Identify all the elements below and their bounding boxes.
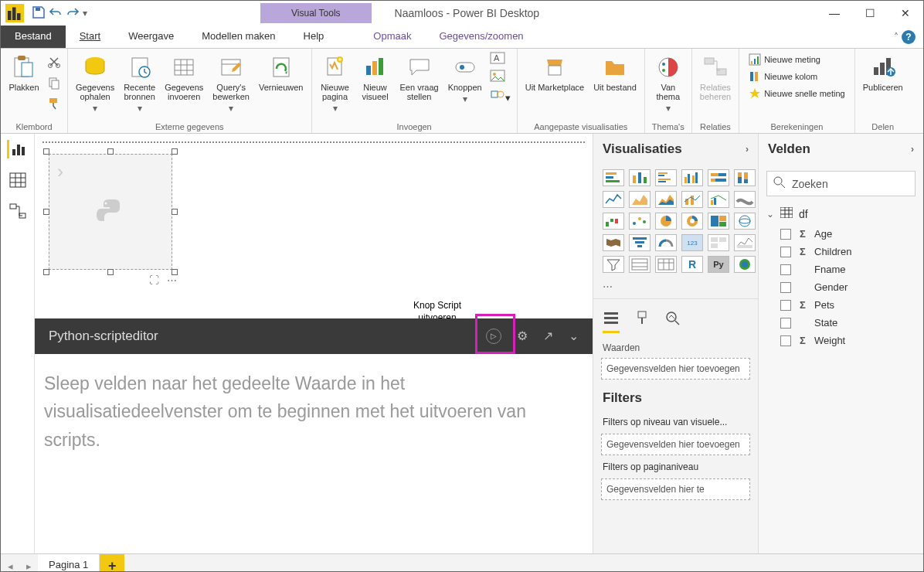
refresh-button[interactable]: Vernieuwen — [257, 52, 305, 94]
field-gender[interactable]: Gender — [759, 278, 923, 296]
new-visual-button[interactable]: Nieuw visueel — [358, 52, 392, 103]
viz-slicer[interactable] — [603, 256, 624, 273]
field-fname[interactable]: Fname — [759, 260, 923, 278]
maximize-button[interactable]: ☐ — [852, 1, 888, 26]
format-tab-icon[interactable] — [634, 310, 651, 333]
viz-kpi[interactable] — [734, 234, 756, 251]
checkbox[interactable] — [780, 335, 791, 346]
cut-icon[interactable] — [47, 55, 61, 71]
format-painter-icon[interactable] — [47, 97, 61, 113]
collapse-fields-icon[interactable]: › — [911, 144, 914, 155]
viz-line[interactable] — [603, 191, 624, 208]
script-editor-body[interactable]: Sleep velden naar het gedeelte Waarde in… — [35, 354, 593, 554]
viz-pie[interactable] — [655, 213, 677, 230]
table-df[interactable]: ⌄ df — [759, 203, 923, 225]
checkbox[interactable] — [780, 264, 791, 275]
collapse-editor-icon[interactable]: ⌄ — [569, 329, 579, 343]
add-page-button[interactable]: + — [100, 554, 124, 572]
tab-nav-next[interactable]: ▸ — [19, 554, 38, 572]
field-weight[interactable]: ΣWeight — [759, 332, 923, 349]
python-visual-placeholder[interactable]: › — [49, 154, 172, 270]
values-well[interactable]: Gegevensvelden hier toevoegen — [601, 358, 750, 380]
collapse-vispane-icon[interactable]: › — [746, 144, 749, 155]
edit-queries-button[interactable]: Query's bewerken▾ — [211, 52, 251, 115]
viz-python[interactable]: Py — [708, 256, 729, 273]
viz-line-column[interactable] — [681, 191, 703, 208]
close-button[interactable]: ✕ — [888, 1, 923, 26]
analytics-tab-icon[interactable] — [664, 310, 681, 333]
recent-sources-button[interactable]: Recente bronnen▾ — [122, 52, 157, 115]
expand-table-icon[interactable]: ⌄ — [766, 209, 774, 220]
popout-icon[interactable]: ↗ — [543, 329, 553, 343]
tab-opmaak[interactable]: Opmaak — [359, 26, 425, 48]
viz-r[interactable]: R — [681, 256, 703, 273]
viz-waterfall[interactable] — [603, 213, 624, 230]
buttons-button[interactable]: Knoppen▾ — [447, 52, 484, 106]
focus-mode-icon[interactable]: ⛶ — [149, 274, 159, 286]
field-pets[interactable]: ΣPets — [759, 296, 923, 314]
checkbox[interactable] — [780, 229, 791, 240]
viz-table[interactable] — [629, 256, 651, 273]
publish-button[interactable]: Publiceren — [861, 52, 905, 94]
tab-modellen[interactable]: Modellen maken — [188, 26, 289, 48]
viz-filled-map[interactable] — [603, 234, 624, 251]
ask-question-button[interactable]: Een vraag stellen — [399, 52, 440, 103]
tab-help[interactable]: Help — [290, 26, 338, 48]
viz-multi-card[interactable] — [708, 234, 729, 251]
viz-line-clustered[interactable] — [708, 191, 729, 208]
checkbox[interactable] — [780, 318, 791, 329]
viz-area[interactable] — [629, 191, 651, 208]
viz-arcgis[interactable] — [734, 256, 756, 273]
undo-icon[interactable] — [49, 5, 63, 22]
more-options-icon[interactable]: ⋯ — [167, 274, 177, 286]
viz-stacked-column[interactable] — [629, 169, 651, 186]
shapes-icon[interactable]: ▾ — [490, 87, 511, 104]
minimize-button[interactable]: — — [817, 1, 852, 26]
viz-funnel[interactable] — [629, 234, 651, 251]
tab-nav-prev[interactable]: ◂ — [1, 554, 19, 572]
get-data-button[interactable]: Gegevens ophalen▾ — [74, 52, 116, 115]
viz-gauge[interactable] — [655, 234, 677, 251]
qat-dropdown-icon[interactable]: ▾ — [83, 8, 87, 19]
viz-stacked-bar[interactable] — [603, 169, 624, 186]
viz-stacked-area[interactable] — [655, 191, 677, 208]
new-quick-measure-button[interactable]: Nieuwe snelle meting — [746, 86, 848, 101]
script-options-icon[interactable]: ⚙ — [517, 329, 528, 343]
marketplace-button[interactable]: Uit Marketplace — [524, 52, 586, 94]
viz-matrix[interactable] — [655, 256, 677, 273]
copy-icon[interactable] — [47, 76, 61, 92]
save-icon[interactable] — [32, 5, 46, 22]
viz-card[interactable]: 123 — [681, 234, 703, 251]
viz-ribbon[interactable] — [734, 191, 756, 208]
help-icon[interactable]: ? — [902, 30, 916, 44]
image-icon[interactable] — [490, 70, 511, 86]
theme-button[interactable]: Van thema▾ — [651, 52, 685, 115]
collapse-ribbon-icon[interactable]: ˄ — [894, 32, 899, 43]
search-fields-input[interactable]: Zoeken — [766, 171, 916, 196]
field-state[interactable]: State — [759, 314, 923, 332]
model-view-icon[interactable] — [7, 202, 29, 220]
tab-weergave[interactable]: Weergave — [114, 26, 188, 48]
viz-clustered-bar[interactable] — [655, 169, 677, 186]
viz-donut[interactable] — [681, 213, 703, 230]
viz-100-column[interactable] — [734, 169, 756, 186]
viz-map[interactable] — [734, 213, 756, 230]
new-measure-button[interactable]: Nieuwe meting — [746, 52, 824, 67]
checkbox[interactable] — [780, 247, 791, 257]
visual-filter-well[interactable]: Gegevensvelden hier toevoegen — [601, 434, 750, 455]
tab-start[interactable]: Start — [66, 26, 114, 48]
redo-icon[interactable] — [66, 5, 80, 22]
viz-scatter[interactable] — [629, 213, 651, 230]
checkbox[interactable] — [780, 282, 791, 293]
enter-data-button[interactable]: Gegevens invoeren — [163, 52, 205, 103]
new-column-button[interactable]: Nieuwe kolom — [746, 69, 820, 84]
report-canvas[interactable]: › ⛶ ⋯ Knop Scriptuitvoeren ➘ Python-scri… — [35, 134, 593, 553]
viz-100-bar[interactable] — [708, 169, 729, 186]
new-page-button[interactable]: Nieuwe pagina▾ — [318, 52, 352, 115]
from-file-button[interactable]: Uit bestand — [592, 52, 638, 94]
field-children[interactable]: ΣChildren — [759, 243, 923, 260]
paste-button[interactable]: Plakken — [7, 52, 41, 94]
field-age[interactable]: ΣAge — [759, 225, 923, 243]
fields-tab-icon[interactable] — [603, 310, 620, 333]
data-view-icon[interactable] — [7, 171, 29, 189]
